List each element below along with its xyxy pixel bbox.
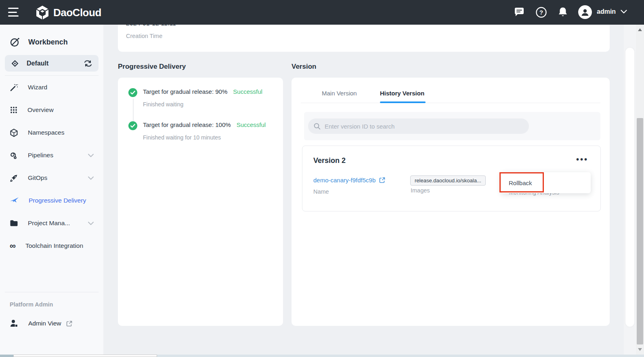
images-field-label: Images	[411, 187, 430, 194]
top-header-bar: DaoCloud ? admin	[0, 0, 644, 25]
release-step: Target for gradual release: 90% Successf…	[128, 88, 278, 108]
app-screen: 2024-01-12 11:11 Creation Time Progressi…	[0, 0, 644, 357]
daocloud-cube-icon	[36, 5, 49, 20]
sidebar-group-workbench: Workbench	[10, 37, 103, 47]
version-name-text: demo-canary-f9fdf5c9b	[313, 177, 375, 184]
actions-context-menu: Rollback	[501, 172, 591, 193]
version-item-card: Version 2 ••• demo-canary-f9fdf5c9b Name…	[302, 146, 601, 211]
sidebar-item-pipelines[interactable]: Pipelines	[0, 144, 103, 167]
workspace-selector[interactable]: Default	[5, 55, 99, 72]
bird-icon	[10, 197, 19, 205]
horizontal-scroll-thumb[interactable]	[13, 355, 157, 357]
platform-admin-caption: Platform Admin	[10, 301, 103, 308]
scroll-up-arrow[interactable]	[638, 28, 642, 31]
folder-icon	[10, 220, 18, 227]
version-item-title: Version 2	[313, 156, 346, 165]
pipeline-loop-icon	[10, 151, 18, 160]
sidebar-item-label: Pipelines	[28, 152, 53, 159]
chevron-down-icon	[88, 154, 94, 157]
sidebar-item-overview[interactable]: Overview	[0, 99, 103, 121]
sidebar-item-label: Project Mana...	[28, 220, 70, 227]
user-name-label[interactable]: admin	[597, 8, 616, 15]
vertical-scroll-thumb[interactable]	[637, 118, 643, 344]
sidebar-item-label: GitOps	[28, 174, 47, 182]
active-tab-indicator	[380, 101, 426, 103]
step-note: Finished waiting	[143, 101, 278, 108]
scrollbar-corner	[0, 355, 13, 357]
cube-icon	[10, 129, 18, 137]
sidebar-item-label: Wizard	[28, 84, 47, 91]
step-status-badge: Successful	[233, 88, 262, 95]
horizontal-scrollbar[interactable]	[0, 355, 644, 357]
step-title: Target for gradual release: 90%	[143, 88, 227, 95]
step-note: Finished waiting for 10 minutes	[143, 134, 278, 141]
step-title: Target for gradual release: 100%	[143, 121, 231, 128]
sidebar-item-label: Namespaces	[28, 129, 64, 136]
infinity-icon: ∞	[10, 243, 16, 249]
help-icon[interactable]: ?	[535, 6, 548, 19]
version-section-title: Version	[292, 63, 316, 71]
sidebar-divider	[5, 292, 99, 292]
sidebar-item-progressive-delivery[interactable]: Progressive Delivery	[0, 189, 103, 212]
inner-scroll-thumb[interactable]	[625, 48, 634, 327]
workspace-icon	[11, 59, 19, 68]
tab-history-version[interactable]: History Version	[380, 90, 424, 97]
version-name-link[interactable]: demo-canary-f9fdf5c9b	[313, 177, 385, 184]
rollback-menu-item[interactable]: Rollback	[509, 180, 532, 186]
sidebar-item-label: Admin View	[28, 320, 61, 327]
sidebar-item-namespaces[interactable]: Namespaces	[0, 121, 103, 144]
sidebar-item-label: Toolchain Integration	[25, 242, 83, 249]
svg-text:?: ?	[539, 9, 543, 16]
switch-workspace-icon[interactable]	[84, 60, 92, 67]
release-step: Target for gradual release: 100% Success…	[128, 121, 278, 141]
sidebar-item-wizard[interactable]: Wizard	[0, 76, 103, 99]
chevron-down-icon	[88, 222, 94, 225]
more-actions-button[interactable]: •••	[576, 155, 588, 164]
vertical-scrollbar[interactable]	[636, 25, 644, 355]
creation-time-label: Creation Time	[126, 33, 162, 39]
sidebar-item-gitops[interactable]: GitOps	[0, 167, 103, 189]
name-field-label: Name	[313, 188, 329, 195]
version-search-box[interactable]	[308, 118, 529, 134]
sidebar-item-toolchain-integration[interactable]: ∞ Toolchain Integration	[0, 234, 103, 257]
scroll-down-arrow[interactable]	[638, 348, 642, 351]
step-status-badge: Successful	[237, 121, 266, 128]
notifications-bell-icon[interactable]	[556, 6, 569, 19]
admin-user-icon	[10, 319, 19, 328]
search-icon	[314, 123, 321, 130]
version-panel: Main Version History Version Version 2 •…	[292, 78, 610, 326]
tab-main-version[interactable]: Main Version	[322, 90, 357, 97]
image-tag-chip: release.daocloud.io/skoala...	[410, 175, 486, 186]
sidebar-group-title: Workbench	[28, 38, 68, 46]
feedback-chat-icon[interactable]	[513, 6, 526, 19]
search-input[interactable]	[325, 123, 523, 130]
external-link-icon	[379, 177, 385, 183]
rocket-icon	[10, 174, 18, 182]
tabs-divider	[301, 103, 600, 103]
progressive-delivery-card: Target for gradual release: 90% Successf…	[118, 78, 283, 326]
external-link-icon	[66, 321, 72, 327]
version-search-panel	[304, 112, 600, 140]
sidebar-item-admin-view[interactable]: Admin View	[10, 319, 103, 328]
sidebar: Workbench Default Wizard	[0, 25, 103, 355]
brand-logo[interactable]: DaoCloud	[36, 5, 101, 20]
success-check-icon	[128, 121, 137, 130]
progressive-delivery-section-title: Progressive Delivery	[118, 63, 186, 71]
sidebar-item-project-management[interactable]: Project Mana...	[0, 212, 103, 234]
hamburger-menu-icon[interactable]	[8, 8, 19, 17]
sidebar-item-label: Overview	[27, 106, 54, 114]
user-avatar[interactable]	[578, 5, 592, 19]
success-check-icon	[128, 88, 137, 97]
workbench-icon	[10, 37, 20, 47]
user-menu-chevron-icon[interactable]	[621, 10, 627, 14]
workspace-label: Default	[27, 60, 48, 67]
brand-name: DaoCloud	[53, 6, 101, 19]
chevron-down-icon	[88, 176, 94, 180]
grid-dots-icon	[10, 106, 18, 114]
sidebar-item-label: Progressive Delivery	[29, 197, 86, 204]
wand-icon	[10, 83, 18, 92]
sidebar-divider	[5, 75, 99, 76]
